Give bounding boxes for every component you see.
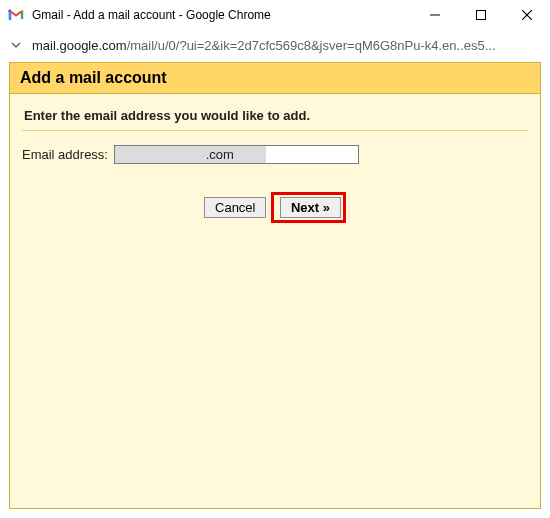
dialog-title: Add a mail account <box>10 63 540 94</box>
svg-rect-1 <box>477 11 486 20</box>
window-controls <box>412 0 550 30</box>
url-domain: mail.google.com <box>32 38 127 53</box>
close-button[interactable] <box>504 0 550 30</box>
next-button[interactable]: Next » <box>280 197 341 218</box>
maximize-button[interactable] <box>458 0 504 30</box>
url-path: /mail/u/0/?ui=2&ik=2d7cfc569c8&jsver=qM6… <box>127 38 496 53</box>
highlight-annotation: Next » <box>271 192 346 223</box>
gmail-icon <box>8 7 24 23</box>
address-bar[interactable]: mail.google.com/mail/u/0/?ui=2&ik=2d7cfc… <box>0 30 550 60</box>
instruction-text: Enter the email address you would like t… <box>22 104 528 131</box>
url-text: mail.google.com/mail/u/0/?ui=2&ik=2d7cfc… <box>32 38 536 53</box>
email-row: Email address: <box>22 145 528 164</box>
dialog-panel: Add a mail account Enter the email addre… <box>9 62 541 509</box>
window-title: Gmail - Add a mail account - Google Chro… <box>32 8 412 22</box>
chevron-down-icon <box>10 39 22 51</box>
minimize-button[interactable] <box>412 0 458 30</box>
window-titlebar: Gmail - Add a mail account - Google Chro… <box>0 0 550 30</box>
email-field[interactable] <box>114 145 359 164</box>
cancel-button[interactable]: Cancel <box>204 197 266 218</box>
email-label: Email address: <box>22 147 108 162</box>
